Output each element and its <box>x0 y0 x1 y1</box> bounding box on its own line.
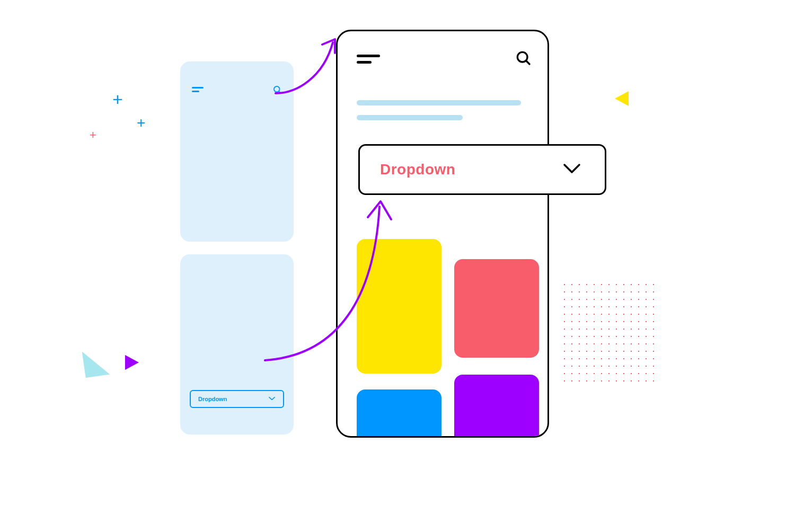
svg-line-3 <box>526 61 529 64</box>
illustration-canvas: + + + Dropdown <box>0 0 795 532</box>
dropdown-select[interactable]: Dropdown <box>358 144 606 195</box>
triangle-icon <box>615 91 629 106</box>
triangle-icon <box>125 355 139 370</box>
plus-icon: + <box>112 90 123 108</box>
search-icon[interactable] <box>515 49 532 66</box>
dot-grid-decoration <box>561 281 656 387</box>
plus-icon: + <box>90 129 96 141</box>
hamburger-menu-icon[interactable] <box>192 87 204 92</box>
chevron-down-icon <box>268 396 276 402</box>
arrow-icon <box>254 196 403 371</box>
text-placeholder-line <box>357 115 463 120</box>
plus-icon: + <box>137 116 145 130</box>
dropdown-label: Dropdown <box>380 161 455 178</box>
triangle-icon <box>82 348 110 378</box>
content-tile[interactable] <box>357 389 441 438</box>
content-tile[interactable] <box>454 375 539 438</box>
dropdown-select[interactable]: Dropdown <box>190 390 284 408</box>
content-tile[interactable] <box>454 259 539 358</box>
chevron-down-icon <box>562 162 581 177</box>
arrow-icon <box>265 35 350 99</box>
dropdown-label: Dropdown <box>198 396 227 402</box>
text-placeholder-line <box>357 100 521 105</box>
hamburger-menu-icon[interactable] <box>357 55 380 64</box>
